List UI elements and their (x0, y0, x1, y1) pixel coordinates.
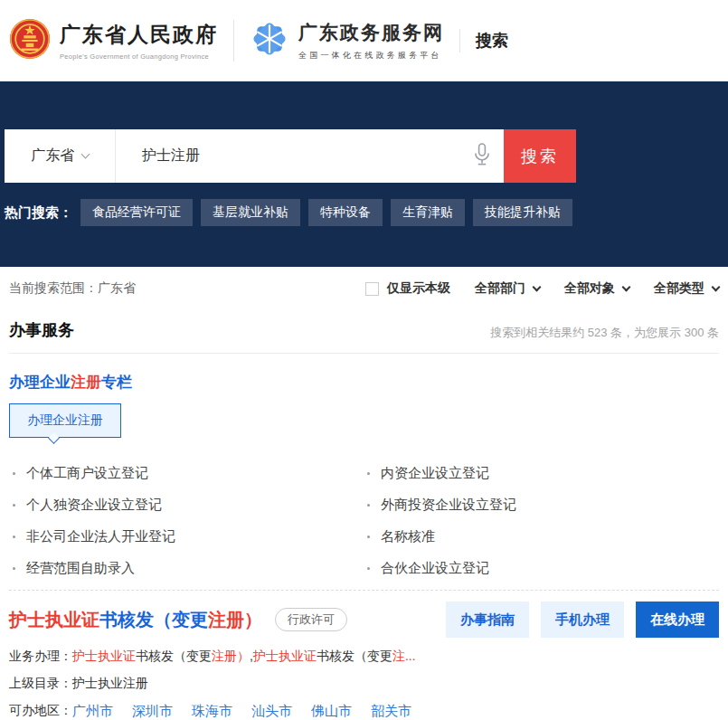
chevron-down-icon (533, 282, 542, 291)
result-item-head: 护士执业证书核发（变更注册） 行政许可 办事指南手机办理在线办理 (9, 602, 719, 638)
main-content: 当前搜索范围：广东省 仅显示本级 全部部门 全部对象 全部类型 办事服务 搜索到… (0, 280, 728, 720)
hot-search-label: 热门搜索： (5, 204, 72, 222)
parent-line: 上级目录： 护士执业注册 (9, 676, 719, 692)
company-register-button[interactable]: 办理企业注册 (9, 403, 121, 438)
service-link[interactable]: 内资企业设立登记 (364, 458, 718, 489)
company-column-title: 办理企业注册专栏 (9, 372, 719, 393)
hot-tag-list: 食品经营许可证基层就业补贴特种设备生育津贴技能提升补贴 (80, 199, 581, 226)
dropdown-audience[interactable]: 全部对象 (564, 280, 629, 297)
scope-label: 当前搜索范围： (9, 280, 98, 295)
tab-pointer (48, 432, 60, 444)
service-link[interactable]: 名称核准 (364, 521, 718, 553)
header-search-link[interactable]: 搜索 (476, 30, 508, 52)
region-selector-value: 广东省 (32, 147, 75, 166)
chevron-down-icon (80, 150, 90, 159)
service-link[interactable]: 非公司企业法人开业登记 (9, 521, 364, 553)
portal-name: 广东政务服务网 (298, 20, 444, 45)
company-register-button-label: 办理企业注册 (27, 412, 103, 427)
action-button[interactable]: 手机办理 (541, 602, 624, 638)
text-segment: 护士执业证 (9, 610, 99, 630)
portal-pinwheel-icon (250, 19, 289, 62)
city-link[interactable]: 汕头市 (251, 703, 292, 720)
hot-search-row: 热门搜索： 食品经营许可证基层就业补贴特种设备生育津贴技能提升补贴 (5, 199, 728, 226)
company-services: 个体工商户设立登记个人独资企业设立登记非公司企业法人开业登记经营范围自助录入 内… (9, 458, 719, 584)
city-link[interactable]: 广州市 (72, 703, 113, 720)
header-divider (233, 20, 234, 62)
result-title-link[interactable]: 护士执业证书核发（变更注册） (9, 608, 262, 632)
portal-subtitle: 全国一体化在线政务服务平台 (298, 50, 444, 62)
result-item: 护士执业证书核发（变更注册） 行政许可 办事指南手机办理在线办理 业务办理： 护… (9, 591, 719, 720)
only-current-label: 仅显示本级 (387, 280, 450, 297)
business-line: 业务办理： 护士执业证书核发（变更注册）,护士执业证书核发（变更注... (9, 649, 719, 665)
text-segment: 注册） (208, 610, 262, 630)
city-link[interactable]: 珠海市 (192, 703, 232, 720)
service-link[interactable]: 个体工商户设立登记 (9, 458, 364, 489)
text-segment: 办理企业 (9, 374, 71, 391)
hot-tag[interactable]: 特种设备 (308, 199, 383, 226)
national-emblem-icon (9, 18, 51, 63)
dropdown-department[interactable]: 全部部门 (475, 280, 540, 297)
microphone-icon (473, 143, 491, 170)
action-button[interactable]: 在线办理 (636, 602, 719, 638)
regions-line: 可办地区： 广州市深圳市珠海市汕头市佛山市韶关市 (9, 703, 719, 720)
gov-logo[interactable]: 广东省人民政府 People's Government of Guangdong… (9, 18, 218, 63)
text-segment: 书核发（变更 (317, 649, 392, 663)
hot-tag[interactable]: 食品经营许可证 (80, 199, 193, 226)
filter-controls: 仅显示本级 全部部门 全部对象 全部类型 (365, 280, 719, 297)
dropdown-department-label: 全部部门 (475, 280, 525, 297)
search-panel: 广东省 搜索 热门搜索： 食品经营许可证基层就业补贴特种设备生育津贴技能提升补贴 (0, 81, 728, 267)
parent-value: 护士执业注册 (72, 676, 148, 692)
hot-tag[interactable]: 技能提升补贴 (473, 199, 572, 226)
gov-subtitle: People's Government of Guangdong Provinc… (60, 52, 218, 61)
service-link[interactable]: 经营范围自助录入 (9, 553, 364, 584)
hot-tag[interactable]: 基层就业补贴 (201, 199, 300, 226)
site-header: 广东省人民政府 People's Government of Guangdong… (0, 0, 728, 81)
text-segment: 书核发（变更 (99, 610, 208, 630)
filter-row: 当前搜索范围：广东省 仅显示本级 全部部门 全部对象 全部类型 (9, 280, 719, 297)
header-divider (459, 29, 460, 52)
result-count: 搜索到相关结果约 523 条，为您展示 300 条 (490, 325, 719, 341)
business-links[interactable]: 护士执业证书核发（变更注册）,护士执业证书核发（变更注... (72, 649, 416, 665)
service-link[interactable]: 外商投资企业设立登记 (364, 489, 718, 521)
portal-logo[interactable]: 广东政务服务网 全国一体化在线政务服务平台 (250, 19, 444, 62)
dropdown-audience-label: 全部对象 (564, 280, 615, 297)
city-link[interactable]: 深圳市 (132, 703, 173, 720)
dropdown-type[interactable]: 全部类型 (654, 280, 719, 297)
text-segment: 书核发（变更 (136, 649, 212, 663)
text-segment: 专栏 (101, 374, 132, 391)
services-section-head: 办事服务 搜索到相关结果约 523 条，为您展示 300 条 (9, 319, 719, 354)
text-segment: 注册） (212, 649, 250, 663)
regions-label: 可办地区： (9, 703, 72, 720)
chevron-down-icon (712, 282, 721, 291)
search-scope: 当前搜索范围：广东省 (9, 280, 136, 297)
text-segment: 注册 (71, 374, 101, 391)
section-title: 办事服务 (9, 319, 74, 341)
text-segment: 护士执业证 (72, 649, 136, 663)
service-link[interactable]: 个人独资企业设立登记 (9, 489, 364, 521)
voice-search-button[interactable] (460, 129, 504, 183)
dropdown-type-label: 全部类型 (654, 280, 704, 297)
only-current-checkbox[interactable] (365, 282, 379, 296)
company-services-right: 内资企业设立登记外商投资企业设立登记名称核准合伙企业设立登记 (364, 458, 718, 584)
only-current-filter: 仅显示本级 (365, 280, 450, 297)
category-badge: 行政许可 (275, 608, 347, 631)
region-selector[interactable]: 广东省 (5, 129, 116, 183)
regions-row1: 广州市深圳市珠海市汕头市佛山市韶关市 (72, 703, 430, 720)
business-label: 业务办理： (9, 649, 72, 665)
search-button[interactable]: 搜索 (504, 129, 576, 183)
search-input[interactable] (116, 129, 460, 183)
parent-label: 上级目录： (9, 676, 72, 692)
text-segment: 护士执业证 (253, 649, 317, 663)
gov-name: 广东省人民政府 (60, 21, 218, 49)
service-link[interactable]: 合伙企业设立登记 (364, 553, 718, 584)
company-services-left: 个体工商户设立登记个人独资企业设立登记非公司企业法人开业登记经营范围自助录入 (9, 458, 364, 584)
hot-tag[interactable]: 生育津贴 (391, 199, 465, 226)
city-link[interactable]: 韶关市 (371, 703, 411, 720)
chevron-down-icon (622, 282, 631, 291)
search-bar: 广东省 搜索 (5, 129, 576, 183)
action-button[interactable]: 办事指南 (446, 602, 529, 638)
result-actions: 办事指南手机办理在线办理 (446, 602, 719, 638)
scope-value: 广东省 (98, 280, 136, 295)
city-link[interactable]: 佛山市 (311, 703, 352, 720)
text-segment: 注... (392, 649, 416, 663)
